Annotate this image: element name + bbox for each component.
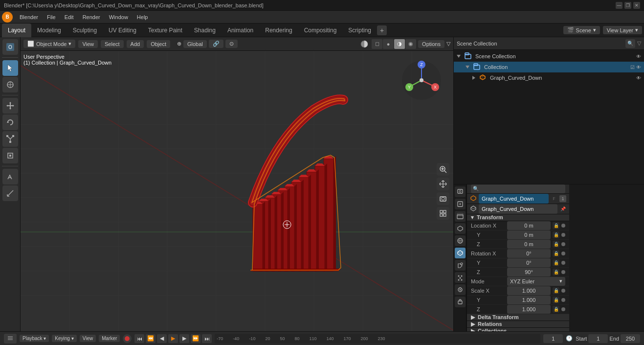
tab-rendering[interactable]: Rendering [259,23,298,37]
object-data-field[interactable]: Graph_Curved_Down [479,204,557,214]
rotation-x-lock[interactable]: 🔒 [553,250,559,257]
select-menu[interactable]: Select [101,40,124,48]
next-keyframe-button[interactable]: ▶ [179,334,189,343]
tab-scripting[interactable]: Scripting [342,23,377,37]
menu-help[interactable]: Help [133,13,152,21]
scale-y-lock[interactable]: 🔒 [553,297,559,303]
location-y-keyframe[interactable] [561,233,565,237]
object-props-icon[interactable] [455,248,466,258]
options-button[interactable]: Options [418,40,444,48]
object-menu[interactable]: Object [147,40,170,48]
obj-data-pin-button[interactable]: 📌 [559,206,566,212]
view-menu[interactable]: View [78,40,98,48]
fake-user-button[interactable]: F [551,195,557,202]
rotation-z-field[interactable]: 90° [507,268,551,276]
scale-x-field[interactable]: 1.000 [507,286,551,295]
viewport[interactable]: ⬜ Object Mode ▾ View Select Add Object ⊕… [21,37,453,331]
prev-frame-button[interactable]: ⏪ [146,334,155,343]
collection-item[interactable]: Collection ☑ 👁 [454,62,644,72]
start-field[interactable]: 1 [588,334,608,343]
delta-transform-section-header[interactable]: ▶ Delta Transform [467,314,569,321]
minimize-button[interactable]: — [616,2,622,9]
proportional-button[interactable]: ⊙ [225,40,238,48]
physics-props-icon[interactable] [455,284,466,295]
jump-end-button[interactable]: ⏭ [202,334,212,343]
scale-tool[interactable] [2,131,18,147]
render-props-icon[interactable] [455,186,466,197]
annotate-tool[interactable] [2,169,18,184]
rotation-x-field[interactable]: 0° [507,249,551,258]
scale-z-lock[interactable]: 🔒 [553,306,559,313]
tab-layout[interactable]: Layout [2,23,31,37]
scene-collection-item[interactable]: Scene Collection 👁 [454,51,644,62]
filter-icon[interactable]: ▽ [446,41,450,47]
transform-section-header[interactable]: ▾ Transform [467,214,569,221]
constraints-props-icon[interactable] [455,297,466,307]
marker-menu[interactable]: Marker [99,335,120,342]
particles-props-icon[interactable] [455,272,466,283]
collection-visibility[interactable]: 👁 [636,65,641,70]
view-layer-props-icon[interactable] [455,211,466,222]
timeline-type-menu[interactable] [4,334,17,344]
menu-file[interactable]: File [43,13,60,21]
maximize-button[interactable]: ❐ [624,2,631,9]
tab-sculpting[interactable]: Sculpting [67,23,103,37]
location-x-field[interactable]: 0 m [507,221,551,230]
record-button[interactable] [123,334,132,343]
zoom-tool[interactable] [437,163,449,176]
scale-x-keyframe[interactable] [561,289,565,293]
solid-shading[interactable]: ● [383,39,394,49]
rotation-y-keyframe[interactable] [561,261,565,265]
location-x-keyframe[interactable] [561,224,565,228]
tab-texture-paint[interactable]: Texture Paint [142,23,188,37]
location-y-field[interactable]: 0 m [507,230,551,239]
location-y-lock[interactable]: 🔒 [553,231,559,238]
tab-compositing[interactable]: Compositing [298,23,343,37]
scale-z-field[interactable]: 1.000 [507,305,551,314]
blender-logo[interactable]: B [2,12,13,23]
tab-shading[interactable]: Shading [188,23,222,37]
menu-edit[interactable]: Edit [61,13,78,21]
scale-z-keyframe[interactable] [561,307,565,311]
menu-window[interactable]: Window [105,13,132,21]
tab-modeling[interactable]: Modeling [31,23,67,37]
collection-check[interactable]: ☑ [630,65,635,70]
rendered-shading[interactable]: ◉ [405,39,416,49]
playback-menu[interactable]: Playback ▾ [20,335,49,342]
menu-blender[interactable]: Blender [16,13,42,21]
location-x-lock[interactable]: 🔒 [553,222,559,229]
camera-tool[interactable] [437,192,449,205]
location-z-field[interactable]: 0 m [507,240,551,249]
keying-menu[interactable]: Keying ▾ [52,335,76,342]
window-controls[interactable]: — ❐ ✕ [616,2,640,9]
transform-tool[interactable] [2,148,18,163]
cursor-tool[interactable] [2,77,18,92]
rotation-z-lock[interactable]: 🔒 [553,269,559,276]
next-frame-button[interactable]: ⏩ [191,334,200,343]
single-user-button[interactable]: 1 [559,195,566,202]
snap-button[interactable]: 🔗 [209,40,223,48]
move-tool[interactable] [2,98,18,114]
tab-animation[interactable]: Animation [222,23,259,37]
add-workspace-button[interactable]: + [377,25,387,35]
world-props-icon[interactable] [455,235,466,246]
output-props-icon[interactable] [455,199,466,209]
rotate-tool[interactable] [2,115,18,130]
object-visibility[interactable]: 👁 [636,75,641,81]
transform-mode[interactable]: Global [183,40,207,48]
jump-start-button[interactable]: ⏮ [134,334,144,343]
menu-render[interactable]: Render [79,13,104,21]
select-tool[interactable] [2,60,18,76]
location-z-keyframe[interactable] [561,242,565,246]
prev-keyframe-button[interactable]: ◀ [157,334,167,343]
filter-icon[interactable]: ▽ [637,40,641,46]
scale-y-field[interactable]: 1.000 [507,296,551,304]
grid-tool[interactable] [437,207,449,220]
relations-section-header[interactable]: ▶ Relations [467,321,569,328]
scene-selector[interactable]: 🎬 Scene ▾ [563,26,600,34]
viewport-canvas[interactable]: Z X Y User Perspective (1) Collection | … [21,51,453,331]
timeline-view-menu[interactable]: View [80,335,96,342]
measure-tool[interactable] [2,185,18,201]
graph-curved-down-item[interactable]: Graph_Curved_Down 👁 [454,72,644,83]
collections-section-header[interactable]: ▶ Collections [467,328,569,332]
